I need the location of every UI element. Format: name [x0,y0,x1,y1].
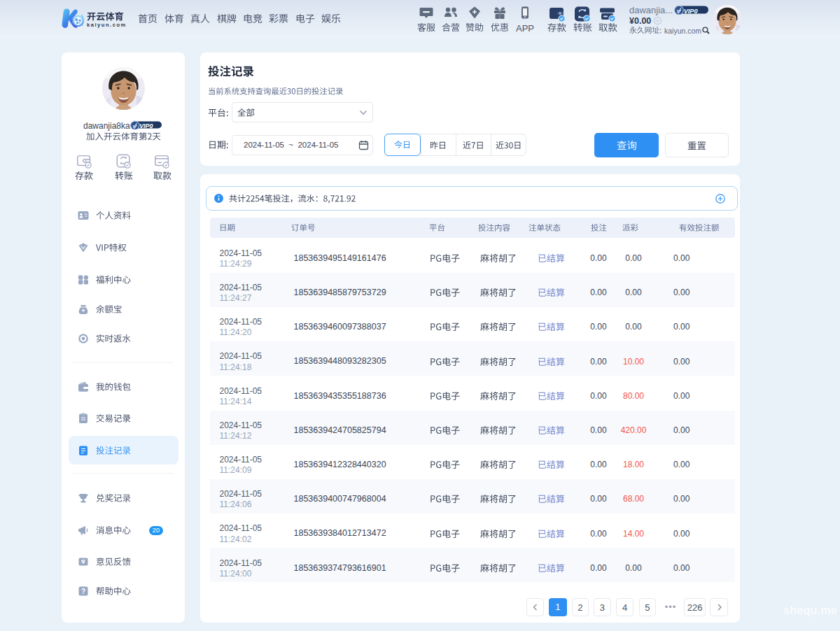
svg-text:VIP0: VIP0 [684,7,699,14]
svg-text:VIP0: VIP0 [139,122,153,129]
svg-text:?: ? [81,587,85,595]
